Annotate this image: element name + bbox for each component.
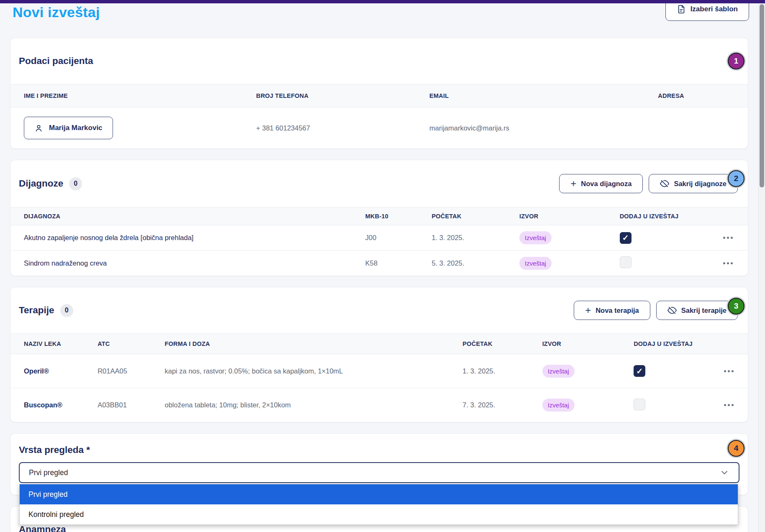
- patient-name-button[interactable]: Marija Markovic: [24, 117, 113, 139]
- hide-therapies-label: Sakrij terapije: [681, 307, 726, 315]
- hide-diagnoses-label: Sakrij dijagnoze: [674, 180, 726, 188]
- diagnosis-start: 5. 3. 2025.: [418, 259, 506, 267]
- source-badge: Izveštaj: [542, 399, 575, 412]
- col-form-dose: FORMA I DOZA: [151, 340, 449, 347]
- table-row: Operil® R01AA05 kapi za nos, rastvor; 0.…: [10, 354, 748, 388]
- diagnosis-code: K58: [352, 259, 418, 267]
- hide-therapies-button[interactable]: Sakrij terapije: [656, 301, 738, 320]
- therapies-card: 3 Terapije 0 Nova terapija Sakrij terapi…: [10, 287, 748, 422]
- therapies-count-badge: 0: [60, 304, 73, 317]
- drug-start: 1. 3. 2025.: [449, 367, 529, 375]
- patient-card: 1 Podaci pacijenta IME I PREZIME BROJ TE…: [10, 38, 748, 149]
- source-badge: Izveštaj: [542, 365, 575, 378]
- ellipsis-icon[interactable]: [721, 368, 736, 375]
- exam-type-section-title: Vrsta pregleda *: [19, 445, 738, 455]
- chevron-down-icon: [719, 468, 729, 478]
- col-mkb10: MKB-10: [352, 213, 418, 220]
- col-address: ADRESA: [644, 92, 748, 99]
- exam-type-selected-value: Prvi pregled: [29, 468, 68, 477]
- patient-table-header: IME I PREZIME BROJ TELEFONA EMAIL ADRESA: [10, 84, 748, 107]
- col-start: POČETAK: [449, 340, 529, 347]
- drug-start: 7. 3. 2025.: [449, 401, 529, 409]
- drug-form: kapi za nos, rastvor; 0.05%; bočica sa k…: [151, 367, 449, 375]
- new-therapy-button[interactable]: Nova terapija: [574, 301, 650, 320]
- exam-type-card: 4 Vrsta pregleda * Prvi pregled Prvi pre…: [10, 433, 748, 495]
- step-badge-2: 2: [728, 170, 744, 187]
- drug-name: Operil®: [10, 367, 84, 375]
- add-to-report-checkbox[interactable]: [620, 256, 632, 268]
- col-source: IZVOR: [506, 213, 606, 220]
- step-badge-4: 4: [728, 440, 744, 457]
- drug-name: Buscopan®: [10, 401, 84, 409]
- dropdown-option-prvi-pregled[interactable]: Prvi pregled: [20, 484, 738, 504]
- diagnosis-name: Akutno zapaljenje nosnog dela ždrela [ob…: [10, 234, 352, 242]
- diagnoses-count-badge: 0: [69, 177, 82, 190]
- diagnosis-start: 1. 3. 2025.: [418, 234, 506, 242]
- plus-icon: [585, 305, 591, 315]
- col-add-to-report: DODAJ U IZVEŠTAJ: [606, 213, 702, 220]
- plus-icon: [570, 179, 576, 189]
- dropdown-option-kontrolni-pregled[interactable]: Kontrolni pregled: [20, 504, 738, 524]
- col-source: IZVOR: [529, 340, 620, 347]
- diagnoses-section-title: Dijagnoze: [19, 178, 63, 189]
- therapies-table-header: NAZIV LEKA ATC FORMA I DOZA POČETAK IZVO…: [10, 333, 748, 354]
- hide-diagnoses-button[interactable]: Sakrij dijagnoze: [649, 174, 738, 193]
- table-row: Buscopan® A03BB01 obložena tableta; 10mg…: [10, 388, 748, 422]
- drug-atc: A03BB01: [84, 401, 151, 409]
- exam-type-select-wrap: Prvi pregled Prvi pregled Kontrolni preg…: [19, 462, 739, 483]
- scrollbar-thumb[interactable]: [760, 4, 764, 187]
- diagnoses-table-header: DIJAGNOZA MKB-10 POČETAK IZVOR DODAJ U I…: [10, 207, 748, 225]
- eye-off-icon: [660, 179, 669, 188]
- add-to-report-checkbox[interactable]: [620, 232, 632, 244]
- patient-name-label: Marija Markovic: [49, 124, 103, 132]
- anamnesis-section-title: Anamneza: [19, 524, 738, 532]
- col-email: EMAIL: [416, 92, 644, 99]
- diagnoses-card: 2 Dijagnoze 0 Nova dijagnoza Sakrij dija…: [10, 160, 748, 276]
- main-content: Novi izveštaj Izaberi šablon 1 Podaci pa…: [0, 3, 758, 532]
- patient-phone: + 381 601234567: [243, 124, 416, 132]
- step-badge-3: 3: [728, 298, 744, 315]
- exam-type-select[interactable]: Prvi pregled: [19, 462, 739, 483]
- new-therapy-label: Nova terapija: [596, 307, 639, 315]
- therapies-section-title: Terapije: [19, 305, 54, 316]
- page-title: Novi izveštaj: [13, 4, 100, 20]
- col-add-to-report: DODAJ U IZVEŠTAJ: [620, 340, 703, 347]
- col-phone: BROJ TELEFONA: [243, 92, 416, 99]
- table-row: Sindrom nadraženog creva K58 5. 3. 2025.…: [10, 251, 748, 276]
- col-atc: ATC: [84, 340, 151, 347]
- choose-template-label: Izaberi šablon: [691, 5, 738, 13]
- col-diagnosis: DIJAGNOZA: [10, 213, 352, 220]
- document-icon: [677, 5, 686, 14]
- col-name: IME I PREZIME: [10, 92, 243, 99]
- drug-atc: R01AA05: [84, 367, 151, 375]
- page-header: Novi izveštaj Izaberi šablon: [0, 3, 758, 38]
- diagnosis-name: Sindrom nadraženog creva: [10, 259, 352, 267]
- drug-form: obložena tableta; 10mg; blister, 2×10kom: [151, 401, 449, 409]
- scrollbar-track[interactable]: [758, 0, 765, 532]
- col-drug-name: NAZIV LEKA: [10, 340, 84, 347]
- ellipsis-icon[interactable]: [721, 234, 735, 241]
- top-accent-bar: [0, 0, 765, 3]
- ellipsis-icon[interactable]: [721, 260, 735, 267]
- table-row: Akutno zapaljenje nosnog dela ždrela [ob…: [10, 225, 748, 251]
- col-start: POČETAK: [418, 213, 506, 220]
- patient-row: Marija Markovic + 381 601234567 marijama…: [10, 107, 748, 148]
- new-diagnosis-label: Nova dijagnoza: [581, 180, 632, 188]
- exam-type-dropdown: Prvi pregled Kontrolni pregled: [19, 484, 738, 525]
- source-badge: Izveštaj: [519, 231, 552, 244]
- patient-email: marijamarkovic@marija.rs: [416, 124, 644, 132]
- new-diagnosis-button[interactable]: Nova dijagnoza: [559, 174, 643, 193]
- eye-off-icon: [667, 306, 677, 315]
- step-badge-1: 1: [728, 53, 744, 69]
- add-to-report-checkbox[interactable]: [634, 399, 645, 410]
- ellipsis-icon[interactable]: [721, 402, 736, 409]
- add-to-report-checkbox[interactable]: [634, 365, 645, 377]
- person-icon: [34, 124, 43, 133]
- diagnosis-code: J00: [352, 234, 418, 242]
- patient-section-title: Podaci pacijenta: [19, 56, 93, 66]
- source-badge: Izveštaj: [519, 257, 552, 270]
